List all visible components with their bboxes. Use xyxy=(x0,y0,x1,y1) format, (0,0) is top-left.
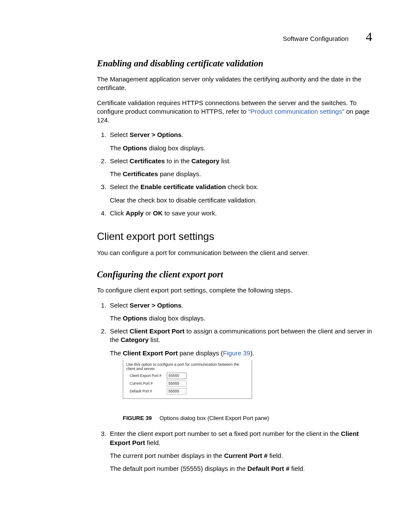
text: pane displays. xyxy=(158,170,201,177)
text: The current port number displays in the xyxy=(110,452,224,459)
header-section-title: Software Configuration xyxy=(283,35,349,42)
bold: Certificates xyxy=(123,170,158,177)
link-figure-39[interactable]: Figure 39 xyxy=(223,349,250,357)
sub-text: The current port number displays in the … xyxy=(110,451,375,460)
paragraph: The Management application server only v… xyxy=(97,75,375,93)
figure-number: FIGURE 39 xyxy=(123,415,152,421)
figure-row-client-export-port: Client Export Port # 55555 xyxy=(130,373,249,379)
ordered-list: Select Server > Options. The Options dia… xyxy=(97,131,375,218)
figure-row-default-port: Default Port # 55555 xyxy=(130,388,249,395)
bold: Category xyxy=(191,157,219,165)
ordered-list: Select Server > Options. The Options dia… xyxy=(97,301,375,473)
bold: Enable certificate validation xyxy=(140,183,226,190)
figure-field-default-port: 55555 xyxy=(167,388,187,395)
figure-label: Current Port # xyxy=(130,381,165,386)
list-item: Enter the client export port number to s… xyxy=(108,429,375,473)
figure-caption: FIGURE 39Options dialog box (Client Expo… xyxy=(123,414,375,422)
list-item: Select the Enable certificate validation… xyxy=(108,183,375,205)
heading-enable-disable-cert: Enabling and disabling certificate valid… xyxy=(97,58,375,69)
page-header: Software Configuration 4 xyxy=(283,29,372,44)
text: Select xyxy=(110,157,130,165)
bold: Server > Options xyxy=(130,131,181,138)
text: The xyxy=(110,144,123,152)
figure-label: Default Port # xyxy=(130,389,165,394)
text: . xyxy=(181,302,183,309)
bold: Category xyxy=(121,336,149,343)
text: pane displays ( xyxy=(178,349,223,357)
text: to in the xyxy=(165,157,192,165)
figure-description: Use this option to configure a port for … xyxy=(126,362,249,371)
bold: Client Export Port xyxy=(123,349,178,357)
sub-text: The Client Export Port pane displays (Fi… xyxy=(110,349,375,358)
text: Click xyxy=(110,209,126,217)
text: list. xyxy=(219,157,231,165)
text: or xyxy=(143,209,153,217)
text: check box. xyxy=(226,183,258,190)
heading-client-export-port-settings: Client export port settings xyxy=(97,230,375,243)
bold: Current Port # xyxy=(224,452,268,459)
text: dialog box displays. xyxy=(147,144,206,152)
bold: Options xyxy=(123,314,147,322)
list-item: Select Client Export Port to assign a co… xyxy=(108,327,375,422)
sub-text: The Options dialog box displays. xyxy=(110,314,375,323)
bold: Certificates xyxy=(130,157,165,165)
text: The xyxy=(110,170,123,177)
text: The xyxy=(110,314,123,322)
text: Select xyxy=(110,327,130,335)
link-product-comm-settings[interactable]: "Product communication settings" xyxy=(248,108,344,115)
text: The default port number (55555) displays… xyxy=(110,465,247,472)
header-chapter-number: 4 xyxy=(366,29,372,44)
list-item: Select Certificates to in the Category l… xyxy=(108,157,375,179)
bold: Apply xyxy=(126,209,144,217)
bold: OK xyxy=(153,209,163,217)
figure-field-client-export-port[interactable]: 55555 xyxy=(167,373,187,379)
text: Select xyxy=(110,302,130,309)
list-item: Select Server > Options. The Options dia… xyxy=(108,301,375,323)
text: field. xyxy=(145,439,161,446)
text: field. xyxy=(268,452,283,459)
list-item: Select Server > Options. The Options dia… xyxy=(108,131,375,152)
figure-label: Client Export Port # xyxy=(130,373,165,378)
bold: Options xyxy=(123,144,147,152)
bold: Default Port # xyxy=(247,465,290,472)
sub-text: The Options dialog box displays. xyxy=(110,144,375,152)
figure-client-export-port-pane: Use this option to configure a port for … xyxy=(123,360,252,399)
heading-configuring-client-export-port: Configuring the client export port xyxy=(97,269,375,280)
paragraph: Certificate validation requires HTTPS co… xyxy=(97,99,375,125)
sub-text: Clear the check box to disable certifica… xyxy=(110,196,375,205)
text: ). xyxy=(250,349,254,357)
paragraph: To configure client export port settings… xyxy=(97,286,375,295)
paragraph: You can configure a port for communicati… xyxy=(97,249,375,257)
text: . xyxy=(181,131,183,138)
figure-row-current-port: Current Port # 55555 xyxy=(130,380,249,387)
sub-text: The default port number (55555) displays… xyxy=(110,464,375,473)
text: Select the xyxy=(110,183,140,190)
text: Select xyxy=(110,131,130,138)
text: list. xyxy=(149,336,160,343)
figure-caption-text: Options dialog box (Client Export Port p… xyxy=(159,415,269,421)
sub-text: The Certificates pane displays. xyxy=(110,170,375,178)
text: The xyxy=(110,349,123,357)
text: to save your work. xyxy=(163,209,217,217)
page-content: Enabling and disabling certificate valid… xyxy=(97,58,375,479)
list-item: Click Apply or OK to save your work. xyxy=(108,209,375,218)
text: dialog box displays. xyxy=(147,314,206,322)
text: Enter the client export port number to s… xyxy=(110,430,341,437)
bold: Server > Options xyxy=(130,302,181,309)
bold: Client Export Port xyxy=(130,327,185,335)
figure-field-current-port: 55555 xyxy=(167,380,187,387)
text: field. xyxy=(290,465,305,472)
